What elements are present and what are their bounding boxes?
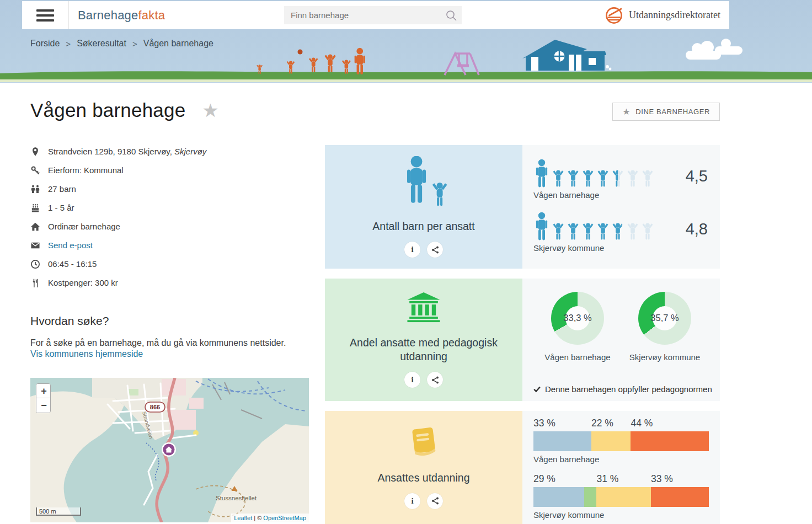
info-icon: i [411, 496, 413, 506]
topbar-divider [68, 1, 69, 29]
breadcrumb-current: Vågen barnehage [143, 39, 213, 49]
leaflet-link[interactable]: Leaflet [234, 515, 252, 521]
menu-button[interactable] [22, 1, 68, 29]
info-button[interactable]: i [404, 493, 420, 509]
envelope-icon [30, 240, 40, 250]
breadcrumb: Forside > Søkeresultat > Vågen barnehage [30, 39, 213, 49]
top-bar: Barnehagefakta Utdanningsdirektoratet [22, 1, 729, 29]
hero-banner: Barnehagefakta Utdanningsdirektoratet Fo… [0, 0, 812, 83]
child-icon [567, 170, 580, 187]
location-pin-icon [30, 147, 40, 157]
star-icon: ★ [622, 106, 631, 117]
search-input[interactable] [284, 10, 445, 20]
barnehagefakta-page: Barnehagefakta Utdanningsdirektoratet Fo… [0, 0, 812, 524]
rating-row: 4,8 Skjervøy kommune [533, 211, 709, 253]
svg-text:866: 866 [150, 404, 160, 410]
send-email-link[interactable]: Send e-post [48, 240, 93, 250]
udir-logo-link[interactable]: Utdanningsdirektoratet [605, 6, 729, 25]
house-icon [30, 222, 40, 232]
share-icon [431, 497, 439, 505]
municipality-homepage-link[interactable]: Vis kommunens hjemmeside [30, 349, 143, 359]
site-logo[interactable]: Barnehagefakta [78, 8, 165, 23]
segment-percent-label: 29 % [533, 473, 555, 485]
stacked-bar-kindergarten: 33 %22 %44 % Vågen barnehage [533, 418, 709, 464]
info-row-food-fee: Kostpenger: 300 kr [30, 278, 309, 288]
donut-chart: 33,3 % [551, 292, 604, 345]
info-icon: i [411, 245, 413, 254]
bar-segment-green [584, 487, 596, 507]
opening-hours-text: 06:45 - 16:15 [48, 259, 97, 269]
children-count-text: 27 barn [48, 184, 76, 194]
zoom-in-button[interactable]: + [36, 384, 51, 398]
info-row-email: Send e-post [30, 240, 309, 250]
pedagog-norm-note: Denne barnehagen oppfyller pedagognormen [533, 384, 712, 394]
title-row: Vågen barnehage ★ [30, 99, 219, 121]
donut-value: 35,7 % [638, 313, 691, 323]
info-list: Strandveien 129b, 9180 Skjervøy, Skjervø… [30, 147, 309, 297]
hamburger-icon [36, 7, 54, 24]
share-button[interactable] [427, 242, 443, 258]
share-button[interactable] [427, 493, 443, 509]
info-row-children-count: 27 barn [30, 184, 309, 194]
main-content: Vågen barnehage ★ ★ DINE BARNEHAGER Stra… [0, 83, 812, 524]
ratio-value: 4,8 [686, 220, 708, 238]
pictograph-kindergarten [533, 158, 709, 188]
zoom-out-button[interactable]: − [36, 398, 51, 413]
logo-text-primary: Barnehage [78, 8, 138, 22]
child-icon [552, 223, 565, 240]
map-marker[interactable] [162, 442, 176, 457]
map-scale-bar: 500 m [36, 507, 81, 516]
bar-segment-blue [533, 431, 591, 451]
udir-logo-icon [605, 6, 623, 25]
adult-icon [533, 159, 550, 188]
info-button[interactable]: i [404, 372, 420, 388]
bar-segment-yellow [591, 431, 631, 451]
child-icon [626, 223, 639, 240]
bar-segment-orange [651, 487, 709, 507]
logo-text-accent: fakta [138, 8, 165, 22]
donut-charts: 33,3 % Vågen barnehage 35,7 % Skjervøy k… [537, 292, 706, 362]
segment-percent-label: 33 % [651, 473, 673, 485]
child-icon [596, 170, 610, 187]
card-children-per-staff: Antall barn per ansatt i 4,5 Vågen barne… [325, 145, 720, 269]
card-buttons: i [404, 372, 443, 388]
address-municipality: Skjervøy [174, 147, 206, 156]
card-title: Ansattes utdanning [378, 471, 470, 485]
info-row-address: Strandveien 129b, 9180 Skjervøy, Skjervø… [30, 147, 309, 157]
child-icon [552, 170, 565, 187]
share-button[interactable] [427, 372, 443, 388]
card-pedagogic-stats: 33,3 % Vågen barnehage 35,7 % Skjervøy k… [522, 279, 720, 401]
favorite-star-button[interactable]: ★ [202, 101, 218, 120]
map-zoom-control: + − [36, 383, 51, 413]
card-title: Andel ansatte med pedagogisk utdanning [340, 336, 507, 363]
segment-percent-label: 33 % [533, 418, 555, 429]
segment-percent-label: 44 % [631, 418, 653, 429]
key-icon [30, 165, 40, 175]
ratio-label: Skjervøy kommune [533, 243, 709, 253]
child-icon [581, 170, 595, 187]
breadcrumb-home[interactable]: Forside [30, 39, 60, 49]
breadcrumb-search-results[interactable]: Søkeresultat [77, 39, 126, 49]
map-tiles: 866 Strandveien Stussnesfjellet [30, 378, 309, 522]
ownership-text: Eierform: Kommunal [48, 165, 124, 175]
child-icon [611, 223, 624, 240]
info-button[interactable]: i [404, 242, 420, 258]
openstreetmap-link[interactable]: OpenStreetMap [263, 515, 306, 521]
child-icon [641, 223, 654, 240]
leaflet-map[interactable]: 866 Strandveien Stussnesfjellet + − 500 … [30, 378, 309, 522]
bar-segment-blue [533, 487, 584, 507]
my-kindergartens-button[interactable]: ★ DINE BARNEHAGER [612, 103, 720, 121]
segment-percent-label: 22 % [591, 418, 613, 429]
map-attribution: Leaflet | © OpenStreetMap [231, 514, 309, 522]
utensils-icon [30, 278, 40, 288]
bar-label: Skjervøy kommune [533, 510, 709, 520]
info-row-age-range: 1 - 5 år [30, 203, 309, 213]
info-row-opening-hours: 06:45 - 16:15 [30, 259, 309, 269]
donut-municipality: 35,7 % Skjervøy kommune [624, 292, 706, 362]
child-icon [581, 223, 595, 240]
card-buttons: i [404, 242, 443, 258]
donut-label: Vågen barnehage [537, 352, 618, 362]
search-icon[interactable] [445, 9, 457, 22]
child-icon [611, 170, 624, 187]
children-icon [30, 184, 40, 194]
